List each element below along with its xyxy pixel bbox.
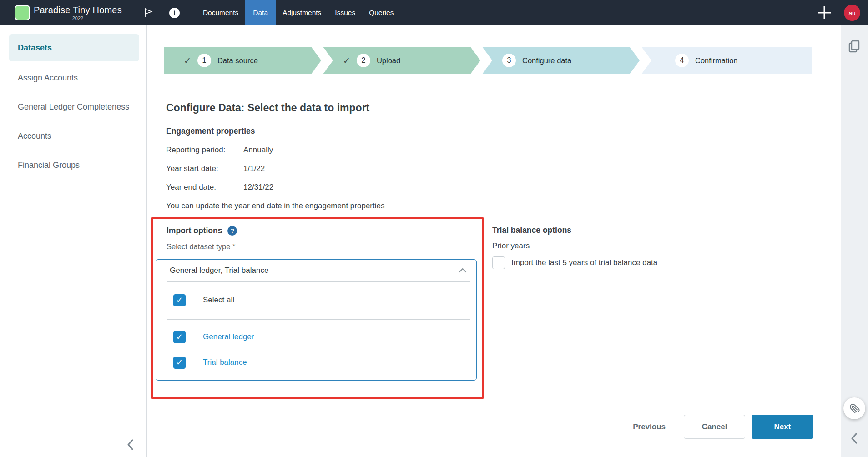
main-content: ✓ 1 Data source ✓ 2 Upload ✓ 3 Configure…: [147, 25, 841, 457]
prior-years-label: Prior years: [492, 241, 657, 251]
app-title: Paradise Tiny Homes: [34, 5, 122, 15]
page-title: Configure Data: Select the data to impor…: [166, 102, 369, 114]
prior-years-checkbox-row: ✓ Import the last 5 years of trial balan…: [492, 256, 657, 269]
option-label[interactable]: Trial balance: [203, 358, 247, 367]
step-label: Data source: [217, 56, 258, 65]
step-label: Confirmation: [695, 56, 738, 65]
top-navbar: Paradise Tiny Homes 2022 i Documents Dat…: [0, 0, 868, 25]
next-button[interactable]: Next: [752, 415, 813, 439]
year-end-label: Year end date:: [166, 183, 243, 192]
dropdown-selected-value: General ledger, Trial balance: [170, 266, 457, 275]
import-options-highlight-box: Import options ? Select dataset type * G…: [151, 217, 484, 399]
engagement-properties-heading: Engagement properties: [166, 126, 255, 136]
year-start-value: 1/1/22: [243, 164, 265, 173]
import-options-heading: Import options: [167, 226, 222, 236]
reporting-period-row: Reporting period: Annually: [166, 146, 273, 155]
nav-item-data[interactable]: Data: [245, 0, 276, 25]
sidebar-item-assign-accounts[interactable]: Assign Accounts: [0, 63, 146, 92]
cancel-button[interactable]: Cancel: [684, 415, 745, 439]
general-ledger-checkbox[interactable]: ✓: [173, 331, 186, 343]
step-label: Upload: [377, 56, 400, 65]
check-icon: ✓: [343, 55, 350, 66]
copy-pages-icon[interactable]: [848, 39, 861, 54]
collapse-panel-chevron-icon[interactable]: [849, 432, 859, 444]
sidebar-collapse-chevron-icon[interactable]: [126, 439, 136, 451]
prior-years-checkbox[interactable]: ✓: [492, 256, 505, 269]
trial-balance-checkbox[interactable]: ✓: [173, 357, 186, 369]
engagement-year: 2022: [72, 15, 83, 21]
year-end-value: 12/31/22: [243, 183, 273, 192]
check-icon: ✓: [184, 55, 191, 66]
option-select-all[interactable]: ✓ Select all: [156, 286, 476, 315]
user-avatar[interactable]: au: [844, 5, 860, 21]
step-number: 1: [197, 54, 211, 67]
app-logo: [15, 5, 30, 20]
engagement-note: You can update the year end date in the …: [166, 201, 384, 211]
option-general-ledger[interactable]: ✓ General ledger: [156, 324, 476, 350]
option-label[interactable]: Select all: [203, 296, 234, 305]
sidebar-item-gl-completeness[interactable]: General Ledger Completeness: [0, 92, 146, 121]
check-icon: ✓: [176, 358, 183, 367]
check-icon: ✓: [176, 333, 183, 341]
option-trial-balance[interactable]: ✓ Trial balance: [156, 350, 476, 375]
right-utility-rail: [841, 25, 868, 457]
flag-icon[interactable]: [143, 7, 154, 18]
reporting-period-value: Annually: [243, 146, 273, 155]
previous-button[interactable]: Previous: [621, 415, 677, 439]
option-label[interactable]: General ledger: [203, 332, 254, 341]
divider: [167, 319, 470, 320]
step-data-source[interactable]: ✓ 1 Data source: [164, 47, 321, 74]
trial-balance-options-heading: Trial balance options: [492, 226, 657, 235]
step-label: Configure data: [522, 56, 571, 65]
step-upload[interactable]: ✓ 2 Upload: [323, 47, 480, 74]
plus-icon[interactable]: [817, 5, 832, 20]
nav-item-documents[interactable]: Documents: [196, 0, 245, 25]
chevron-up-icon[interactable]: [457, 265, 468, 276]
engagement-title-block: Paradise Tiny Homes 2022: [34, 5, 122, 21]
dataset-type-dropdown: General ledger, Trial balance ✓ Select a…: [156, 259, 477, 381]
year-start-label: Year start date:: [166, 164, 243, 173]
sidebar-item-datasets[interactable]: Datasets: [9, 34, 139, 61]
step-number: 4: [675, 54, 689, 67]
year-end-row: Year end date: 12/31/22: [166, 183, 273, 192]
sidebar-item-accounts[interactable]: Accounts: [0, 121, 146, 151]
wizard-stepper: ✓ 1 Data source ✓ 2 Upload ✓ 3 Configure…: [164, 47, 812, 74]
paperclip-icon[interactable]: [843, 397, 865, 419]
reporting-period-label: Reporting period:: [166, 146, 243, 155]
primary-nav: Documents Data Adjustments Issues Querie…: [196, 0, 401, 25]
check-icon: ✓: [176, 296, 183, 304]
info-icon[interactable]: i: [169, 8, 180, 18]
step-number: 2: [357, 54, 370, 67]
wizard-footer: Previous Cancel Next: [621, 415, 813, 439]
sidebar-item-financial-groups[interactable]: Financial Groups: [0, 151, 146, 180]
select-all-checkbox[interactable]: ✓: [173, 294, 186, 306]
dropdown-value-row[interactable]: General ledger, Trial balance: [156, 260, 476, 281]
prior-years-checkbox-label[interactable]: Import the last 5 years of trial balance…: [511, 258, 657, 267]
step-confirmation[interactable]: ✓ 4 Confirmation: [641, 47, 812, 74]
help-icon[interactable]: ?: [227, 226, 237, 236]
nav-item-queries[interactable]: Queries: [362, 0, 400, 25]
trial-balance-options-section: Trial balance options Prior years ✓ Impo…: [492, 226, 657, 269]
left-sidebar: Datasets Assign Accounts General Ledger …: [0, 25, 147, 457]
year-start-row: Year start date: 1/1/22: [166, 164, 265, 173]
dataset-type-field-label: Select dataset type *: [167, 242, 235, 251]
nav-item-issues[interactable]: Issues: [328, 0, 362, 25]
step-configure-data[interactable]: ✓ 3 Configure data: [482, 47, 640, 74]
divider: [167, 281, 470, 282]
nav-item-adjustments[interactable]: Adjustments: [276, 0, 328, 25]
step-number: 3: [502, 54, 516, 67]
